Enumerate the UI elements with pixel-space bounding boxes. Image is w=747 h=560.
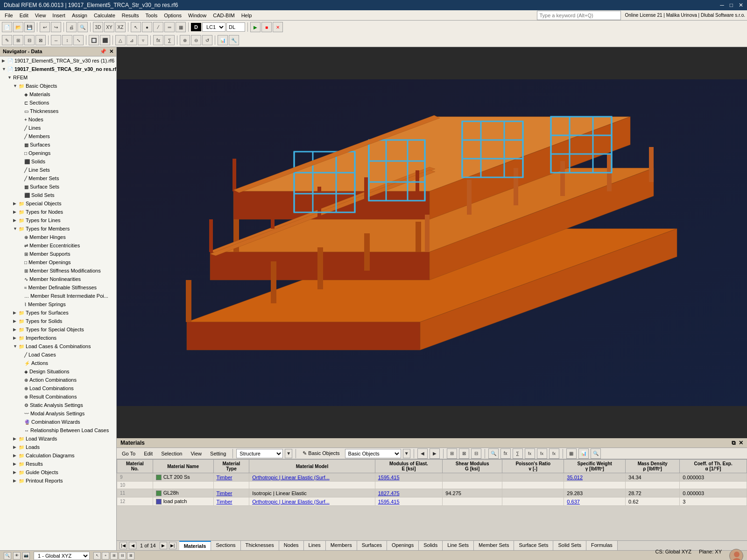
tb2-3[interactable]: ⊟ (24, 35, 35, 45)
nav-linesets[interactable]: ╱ Line Sets (0, 166, 116, 174)
nav-nodes[interactable]: + Nodes (0, 115, 116, 124)
tb-pt-search2[interactable]: 🔍 (591, 448, 601, 459)
tb-pt-2[interactable]: ▶ (430, 448, 440, 459)
nav-imperfections[interactable]: ▶ 📁 Imperfections (0, 334, 116, 342)
nav-thicknesses[interactable]: ▭ Thicknesses (0, 107, 116, 115)
nav-membersets[interactable]: ╱ Member Sets (0, 174, 116, 182)
nav-member-hinges[interactable]: ⊕ Member Hinges (0, 233, 116, 241)
coord-system-select[interactable]: 1 - Global XYZ (34, 552, 90, 560)
tb2-2[interactable]: ⊞ (13, 35, 23, 45)
nav-actions[interactable]: ⚡ Actions (0, 359, 116, 367)
st-btn-5[interactable]: ⊠ (127, 552, 134, 560)
st-btn-1[interactable]: ↖ (93, 552, 101, 560)
tb-pt-7[interactable]: fx (500, 448, 511, 459)
nav-members[interactable]: ╱ Members (0, 132, 116, 140)
tab-membersets[interactable]: Member Sets (474, 541, 514, 550)
pt-dropdown-btn2[interactable]: ▼ (403, 449, 410, 458)
tab-surfaces[interactable]: Surfaces (357, 541, 387, 550)
nav-special[interactable]: ▶ 📁 Special Objects (0, 199, 116, 208)
table-row[interactable]: 12 load patch Timber Orthotropic | Linea… (117, 497, 747, 506)
menu-window[interactable]: Window (185, 12, 209, 19)
nav-sections[interactable]: ⊏ Sections (0, 98, 116, 107)
tb2-1[interactable]: ✎ (2, 35, 12, 45)
menu-options[interactable]: Options (161, 12, 184, 19)
edit-button[interactable]: Edit (141, 450, 156, 457)
nav-guide-objects[interactable]: ▶ 📁 Guide Objects (0, 468, 116, 476)
nav-result-comb[interactable]: ⊕ Result Combinations (0, 392, 116, 401)
nav-openings[interactable]: □ Openings (0, 149, 116, 157)
nav-rel-between-lc[interactable]: ↔ Relationship Between Load Cases (0, 426, 116, 434)
nav-types-lines[interactable]: ▶ 📁 Types for Lines (0, 216, 116, 224)
menu-view[interactable]: View (32, 12, 49, 19)
view3d-button[interactable]: 3D (93, 22, 103, 32)
mat-model-link-9[interactable]: Orthotropic | Linear Elastic (Surf... (252, 475, 329, 480)
mat-e-link-12[interactable]: 1595.415 (378, 499, 400, 504)
selection-button[interactable]: Selection (158, 450, 185, 457)
menu-results[interactable]: Results (119, 12, 142, 19)
tab-lines[interactable]: Lines (304, 541, 326, 550)
nav-rfem[interactable]: ▼ RFEM (0, 73, 116, 82)
search-input[interactable] (537, 11, 621, 20)
redo-button[interactable]: ↪ (51, 22, 61, 32)
st-btn-4[interactable]: ⊟ (119, 552, 126, 560)
nav-member-supports[interactable]: ⊞ Member Supports (0, 250, 116, 258)
nav-static-analysis[interactable]: ⚙ Static Analysis Settings (0, 401, 116, 409)
nav-load-cases[interactable]: ╱ Load Cases (0, 350, 116, 359)
tb-pt-8[interactable]: ∑ (513, 448, 523, 459)
member-button[interactable]: ═ (164, 22, 175, 32)
table-row[interactable]: 10 (117, 482, 747, 489)
nav-load-wizards[interactable]: ▶ 📁 Load Wizards (0, 434, 116, 443)
tb-pt-1[interactable]: ◀ (417, 448, 428, 459)
nav-load-comb[interactable]: ⊕ Load Combinations (0, 384, 116, 392)
mat-e-link-9[interactable]: 1595.415 (378, 475, 400, 480)
nav-design-sit[interactable]: ◈ Design Situations (0, 367, 116, 376)
nav-surfacesets[interactable]: ▦ Surface Sets (0, 182, 116, 191)
tb-pt-grid[interactable]: ▦ (566, 448, 577, 459)
tab-formulas[interactable]: Formulas (586, 541, 618, 550)
nav-solids[interactable]: ⬛ Solids (0, 157, 116, 166)
viewport[interactable]: Sections (117, 47, 747, 438)
stop-button[interactable]: ■ (261, 22, 272, 32)
nav-member-springs[interactable]: ⌇ Member Springs (0, 300, 116, 308)
basic-objects-select[interactable]: Basic Objects (345, 449, 401, 458)
table-row[interactable]: 11 GL28h Timber Isotropic | Linear Elast… (117, 489, 747, 497)
nav-modal-analysis[interactable]: 〰 Modal Analysis Settings (0, 409, 116, 418)
nav-surfaces[interactable]: ▦ Surfaces (0, 140, 116, 149)
mat-type-link-11[interactable]: Timber (217, 490, 233, 496)
nav-lines[interactable]: ╱ Lines (0, 124, 116, 132)
tb2-10[interactable]: △ (115, 35, 126, 45)
tab-nodes[interactable]: Nodes (279, 541, 304, 550)
tab-surfacesets[interactable]: Surface Sets (514, 541, 553, 550)
nav-member-result-int[interactable]: … Member Result Intermediate Poi... (0, 292, 116, 300)
panel-detach-icon[interactable]: ⧉ (732, 440, 736, 446)
nav-file-1[interactable]: ▶ 📄 19017_Element5_TRCA_Str_v30 res (1).… (0, 56, 116, 65)
tab-thicknesses[interactable]: Thicknesses (241, 541, 279, 550)
nav-member-defstiff[interactable]: ≈ Member Definable Stiffnesses (0, 283, 116, 292)
nav-calc-diagrams[interactable]: ▶ 📁 Calculation Diagrams (0, 451, 116, 460)
surface-button[interactable]: ▦ (176, 22, 186, 32)
lc-select[interactable]: LC1 (202, 22, 226, 32)
tb-pt-fx2[interactable]: fx (537, 448, 547, 459)
node-button[interactable]: ● (142, 22, 152, 32)
status-btn-1[interactable]: 🔍 (4, 552, 11, 560)
basic-objects-btn[interactable]: ✎ Basic Objects (299, 449, 343, 457)
mat-model-link-12[interactable]: Orthotropic | Linear Elastic (Surf... (252, 499, 329, 504)
tb-pt-fx1[interactable]: fx (525, 448, 535, 459)
tb-pt-6[interactable]: 🔍 (488, 448, 499, 459)
nav-printout[interactable]: ▶ 📁 Printout Reports (0, 476, 116, 485)
tb-pt-5[interactable]: ⊟ (471, 448, 481, 459)
nav-pin-icon[interactable]: 📌 (100, 49, 106, 55)
tb2-13[interactable]: fx (153, 35, 163, 45)
mat-e-link-11[interactable]: 1827.475 (378, 490, 400, 496)
pt-dropdown-btn[interactable]: ▼ (285, 449, 292, 458)
menu-insert[interactable]: Insert (49, 12, 68, 19)
tb2-6[interactable]: ↕ (62, 35, 72, 45)
mat-type-link-9[interactable]: Timber (217, 475, 233, 480)
zoom-button[interactable]: 🔍 (78, 22, 88, 32)
page-next-btn[interactable]: ▶ (160, 542, 167, 549)
nav-types-nodes[interactable]: ▶ 📁 Types for Nodes (0, 208, 116, 216)
tb2-19[interactable]: 🔧 (229, 35, 239, 45)
menu-file[interactable]: File (2, 12, 16, 19)
nav-materials[interactable]: ◈ Materials (0, 90, 116, 98)
tab-openings[interactable]: Openings (387, 541, 419, 550)
